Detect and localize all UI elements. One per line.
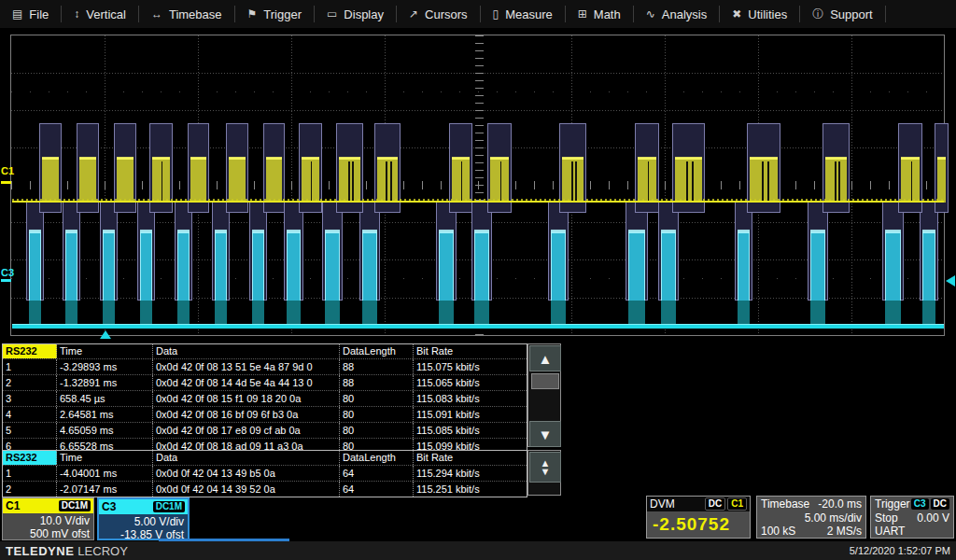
table-cell: 80	[340, 391, 414, 406]
trigger-title: Trigger	[875, 497, 910, 511]
table-cell: 0x0d 42 0f 08 16 bf 09 6f b3 0a	[153, 407, 340, 422]
table-cell: -4.04001 ms	[57, 466, 153, 481]
trigger-mode: Stop	[875, 511, 898, 525]
menu-item-trigger[interactable]: ⚑Trigger	[235, 0, 314, 28]
display-icon: ▭	[327, 8, 337, 20]
table-cell: 0x0d 0f 42 04 14 39 52 0a	[153, 482, 340, 497]
channel-c1-scale: 10.0 V/div	[3, 514, 90, 527]
menu-item-vertical[interactable]: ↕Vertical	[62, 0, 138, 28]
menu-item-file[interactable]: ▤File	[0, 0, 61, 28]
table-row[interactable]: 42.64581 ms0x0d 42 0f 08 16 bf 09 6f b3 …	[3, 406, 527, 422]
scroll-up-down-button[interactable]: ▲ ▼	[529, 452, 561, 483]
trigger-type: UART	[875, 525, 905, 538]
table-row[interactable]: 54.65059 ms0x0d 42 0f 08 17 e8 09 cf ab …	[3, 422, 527, 438]
menu-item-label: Math	[594, 7, 621, 21]
table-cell: 115.085 kbit/s	[414, 423, 527, 438]
table-cell: 0x0d 42 0f 08 13 51 5e 4a 87 9d 0	[153, 359, 340, 374]
channel-c1-offset: 500 mV ofst	[3, 527, 90, 540]
menu-item-label: Support	[830, 7, 873, 21]
channel-descriptor-c3[interactable]: C3 DC1M 5.00 V/div -13.85 V ofst	[97, 497, 190, 540]
menu-item-label: Display	[344, 7, 384, 21]
decode-protocol-label: RS232	[3, 451, 57, 465]
menu-item-label: Vertical	[86, 7, 126, 21]
grid-minor-dots	[11, 91, 944, 92]
menu-separator	[885, 6, 886, 22]
table-cell: 2	[3, 375, 57, 390]
table-cell: 4	[3, 407, 57, 422]
channel-c1-id: C1	[6, 499, 20, 512]
table-cell: 5	[3, 423, 57, 438]
trigger-level-marker[interactable]	[946, 275, 955, 287]
menu-item-math[interactable]: ⊞Math	[566, 0, 633, 28]
column-header: Bit Rate	[414, 344, 527, 358]
channel-c1-header: C1 DC1M	[3, 498, 93, 513]
table-row[interactable]: 2-2.07147 ms0x0d 0f 42 04 14 39 52 0a641…	[3, 481, 527, 497]
status-bar: TELEDYNELECROY 5/12/2020 1:52:07 PM	[0, 541, 956, 560]
dvm-value: -2.50752	[647, 511, 750, 535]
trigger-box[interactable]: Trigger C3 DC Stop 0.00 V UART	[870, 496, 954, 539]
table2-scrollbar[interactable]: ▲ ▼	[527, 450, 561, 496]
table-cell: 658.45 µs	[57, 391, 153, 406]
menu-item-support[interactable]: ⓘSupport	[800, 0, 885, 28]
table-cell: 115.251 kbit/s	[414, 482, 527, 497]
channel-c3-header: C3 DC1M	[99, 499, 188, 514]
menu-item-analysis[interactable]: ∿Analysis	[634, 0, 719, 28]
decode-protocol-label: RS232	[3, 344, 57, 358]
scroll-up-button[interactable]: ▲	[529, 345, 561, 371]
coupling-badge: DC1M	[153, 501, 185, 512]
column-header: Data	[153, 451, 340, 465]
menu-item-display[interactable]: ▭Display	[315, 0, 396, 28]
grid-minor-dots	[11, 278, 944, 279]
menu-item-cursors[interactable]: ↗Cursors	[397, 0, 480, 28]
menu-item-measure[interactable]: ▯Measure	[481, 0, 565, 28]
table-cell: 0x0d 42 0f 08 15 f1 09 18 20 0a	[153, 391, 340, 406]
table-row[interactable]: 3658.45 µs0x0d 42 0f 08 15 f1 09 18 20 0…	[3, 390, 527, 406]
vertical-arrows-icon: ↕	[74, 8, 79, 20]
channel-c3-id: C3	[102, 500, 116, 513]
table-cell: 0x0d 42 0f 08 14 4d 5e 4a 44 13 0	[153, 375, 340, 390]
info-icon: ⓘ	[812, 8, 823, 20]
table-cell: 115.091 kbit/s	[414, 407, 527, 422]
menu-item-label: File	[29, 7, 49, 21]
dvm-source-badge: C1	[727, 497, 747, 511]
coupling-badge: DC1M	[59, 500, 91, 511]
waveform-chart-icon: ∿	[646, 8, 655, 20]
rs232-decode-table-c3[interactable]: RS232TimeDataDataLengthBit Rate1-4.04001…	[2, 450, 527, 497]
menu-bar: ▤File↕Vertical↔Timebase⚑Trigger▭Display↗…	[0, 0, 956, 28]
column-header: Data	[153, 344, 340, 358]
dvm-coupling-badge: DC	[705, 497, 725, 511]
timebase-rate: 2 MS/s	[827, 525, 862, 538]
timebase-scale: 5.00 ms/div	[805, 511, 862, 525]
channel-c3-scale: 5.00 V/div	[99, 515, 184, 528]
table-header-row: RS232TimeDataDataLengthBit Rate	[3, 344, 527, 358]
table-cell: -2.07147 ms	[57, 482, 153, 497]
trigger-coupling-badge: DC	[931, 498, 949, 510]
table-scrollbar[interactable]: ▲ ▼	[527, 343, 561, 447]
table-cell: 0x0d 0f 42 04 13 49 b5 0a	[153, 466, 340, 481]
timebase-delay: -20.0 ms	[818, 497, 862, 511]
table-row[interactable]: 2-1.32891 ms0x0d 42 0f 08 14 4d 5e 4a 44…	[3, 374, 527, 390]
cursor-arrow-icon: ↗	[409, 8, 418, 20]
trigger-level: 0.00 V	[917, 511, 949, 525]
column-header: DataLength	[340, 344, 414, 358]
scroll-thumb[interactable]	[531, 373, 559, 389]
column-header: DataLength	[340, 451, 414, 465]
table-cell: 64	[340, 482, 414, 497]
triangle-down-icon: ▼	[541, 468, 551, 476]
rs232-decode-table-c1[interactable]: RS232TimeDataDataLengthBit Rate1-3.29893…	[2, 343, 527, 455]
scroll-down-button[interactable]: ▼	[529, 421, 561, 447]
flag-icon: ⚑	[247, 8, 258, 20]
table-cell: 115.294 kbit/s	[414, 466, 527, 481]
table-row[interactable]: 1-3.29893 ms0x0d 42 0f 08 13 51 5e 4a 87…	[3, 358, 527, 374]
menu-item-timebase[interactable]: ↔Timebase	[139, 0, 234, 28]
menu-item-utilities[interactable]: ✖Utilities	[720, 0, 799, 28]
dvm-box[interactable]: DVM DC C1 -2.50752	[646, 496, 751, 539]
table-cell: 1	[3, 466, 57, 481]
timebase-box[interactable]: Timebase -20.0 ms 5.00 ms/div 100 kS 2 M…	[756, 496, 866, 539]
calculator-icon: ⊞	[578, 8, 587, 20]
table-row[interactable]: 1-4.04001 ms0x0d 0f 42 04 13 49 b5 0a641…	[3, 465, 527, 481]
channel-descriptor-c1[interactable]: C1 DC1M 10.0 V/div 500 mV ofst	[2, 497, 94, 540]
menu-item-label: Measure	[505, 7, 553, 21]
horizontal-arrows-icon: ↔	[151, 8, 162, 20]
table-cell: 4.65059 ms	[57, 423, 153, 438]
